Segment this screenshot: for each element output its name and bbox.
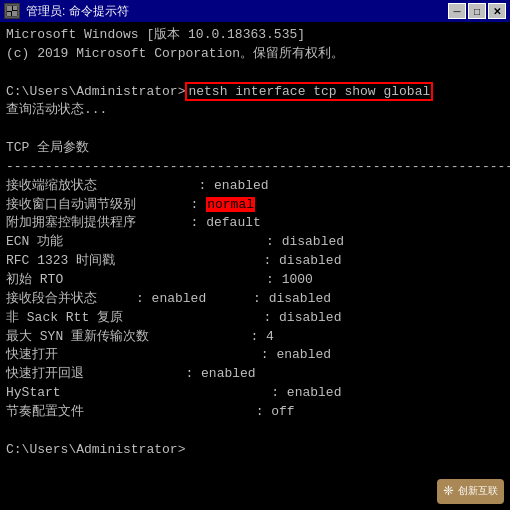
line-9: 接收端缩放状态 : enabled bbox=[6, 177, 504, 196]
line-10: 接收窗口自动调节级别 : normal bbox=[6, 196, 504, 215]
window-title: 管理员: 命令提示符 bbox=[26, 3, 129, 20]
prompt-prefix: C:\Users\Administrator> bbox=[6, 84, 185, 99]
maximize-button[interactable]: □ bbox=[468, 3, 486, 19]
svg-rect-4 bbox=[12, 11, 17, 16]
line-17: 最大 SYN 重新传输次数 : 4 bbox=[6, 328, 504, 347]
line-20: HyStart : enabled bbox=[6, 384, 504, 403]
cmd-text: netsh interface tcp show global bbox=[188, 84, 430, 99]
minimize-button[interactable]: ─ bbox=[448, 3, 466, 19]
label-14: 初始 RTO bbox=[6, 272, 266, 287]
label-21: 节奏配置文件 bbox=[6, 404, 256, 419]
value-13: : disabled bbox=[263, 253, 341, 268]
line-7: TCP 全局参数 bbox=[6, 139, 504, 158]
label-18: 快速打开 bbox=[6, 347, 261, 362]
value-10-highlight: normal bbox=[206, 197, 255, 212]
close-button[interactable]: ✕ bbox=[488, 3, 506, 19]
watermark-text: 创新互联 bbox=[458, 484, 498, 499]
label-15: 接收段合并状态 bbox=[6, 291, 136, 306]
value-16: : disabled bbox=[263, 310, 341, 325]
value-11: : default bbox=[191, 215, 261, 230]
label-13: RFC 1323 时间戳 bbox=[6, 253, 263, 268]
value-17: : 4 bbox=[250, 329, 273, 344]
watermark-icon: ❈ bbox=[443, 482, 454, 501]
svg-rect-3 bbox=[7, 12, 11, 16]
value-14: : 1000 bbox=[266, 272, 313, 287]
line-21: 节奏配置文件 : off bbox=[6, 403, 504, 422]
value-10-pre: : bbox=[191, 197, 207, 212]
line-6 bbox=[6, 120, 504, 139]
line-12: ECN 功能 : disabled bbox=[6, 233, 504, 252]
line-19: 快速打开回退 : enabled bbox=[6, 365, 504, 384]
console-area[interactable]: Microsoft Windows [版本 10.0.18363.535] (c… bbox=[0, 22, 510, 510]
line-14: 初始 RTO : 1000 bbox=[6, 271, 504, 290]
title-bar-left: 管理员: 命令提示符 bbox=[4, 3, 129, 20]
label-15b: : enabled bbox=[136, 291, 253, 306]
label-10: 接收窗口自动调节级别 bbox=[6, 197, 191, 212]
label-9: 接收端缩放状态 bbox=[6, 178, 198, 193]
value-19: : enabled bbox=[185, 366, 255, 381]
line-1: Microsoft Windows [版本 10.0.18363.535] bbox=[6, 26, 504, 45]
title-buttons[interactable]: ─ □ ✕ bbox=[448, 3, 506, 19]
svg-rect-1 bbox=[7, 6, 12, 11]
value-9: : enabled bbox=[198, 178, 268, 193]
title-bar: 管理员: 命令提示符 ─ □ ✕ bbox=[0, 0, 510, 22]
label-12: ECN 功能 bbox=[6, 234, 266, 249]
label-19: 快速打开回退 bbox=[6, 366, 185, 381]
label-20: HyStart bbox=[6, 385, 271, 400]
label-16: 非 Sack Rtt 复原 bbox=[6, 310, 263, 325]
label-11: 附加拥塞控制提供程序 bbox=[6, 215, 191, 230]
window-icon bbox=[4, 3, 20, 19]
cmd-window: 管理员: 命令提示符 ─ □ ✕ Microsoft Windows [版本 1… bbox=[0, 0, 510, 510]
line-3 bbox=[6, 64, 504, 83]
line-13: RFC 1323 时间戳 : disabled bbox=[6, 252, 504, 271]
line-4-cmd: C:\Users\Administrator>netsh interface t… bbox=[6, 83, 504, 102]
line-22 bbox=[6, 422, 504, 441]
line-23: C:\Users\Administrator> bbox=[6, 441, 504, 460]
svg-rect-2 bbox=[13, 6, 17, 10]
line-18: 快速打开 : enabled bbox=[6, 346, 504, 365]
line-16: 非 Sack Rtt 复原 : disabled bbox=[6, 309, 504, 328]
watermark: ❈ 创新互联 bbox=[437, 479, 504, 504]
value-12: : disabled bbox=[266, 234, 344, 249]
label-17: 最大 SYN 重新传输次数 bbox=[6, 329, 250, 344]
line-2: (c) 2019 Microsoft Corporation。保留所有权利。 bbox=[6, 45, 504, 64]
line-5: 查询活动状态... bbox=[6, 101, 504, 120]
line-11: 附加拥塞控制提供程序 : default bbox=[6, 214, 504, 233]
cmd-highlight: netsh interface tcp show global bbox=[185, 82, 433, 101]
line-8: ----------------------------------------… bbox=[6, 158, 504, 177]
value-21: : off bbox=[256, 404, 295, 419]
value-18: : enabled bbox=[261, 347, 331, 362]
value-20: : enabled bbox=[271, 385, 341, 400]
line-15: 接收段合并状态 : enabled : disabled bbox=[6, 290, 504, 309]
value-15: : disabled bbox=[253, 291, 331, 306]
